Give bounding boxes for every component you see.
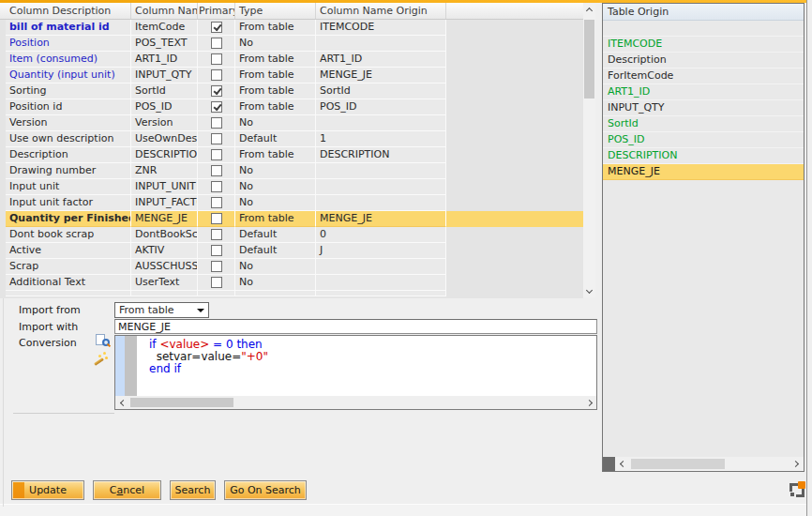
go-on-search-button[interactable]: Go On Search [224, 480, 307, 500]
editor-area[interactable]: if <value> = 0 then setvar=value="+0"end… [115, 336, 596, 396]
origin-column-item[interactable]: DESCRIPTION [603, 148, 804, 164]
checkbox-icon[interactable] [211, 69, 222, 81]
editor-horizontal-scrollbar[interactable] [115, 396, 596, 409]
import-from-dropdown[interactable]: From table [114, 302, 209, 318]
origin-column-item[interactable]: Description [603, 53, 804, 68]
code-token: "+0" [241, 350, 268, 363]
checkbox-icon[interactable] [211, 149, 222, 160]
scroll-right-button[interactable] [583, 396, 596, 409]
cell-filler [446, 36, 583, 52]
cell-primary [198, 275, 235, 291]
table-row[interactable]: Description DESCRIPTION From table DESCR… [0, 147, 583, 163]
checkbox-icon[interactable] [211, 101, 222, 113]
origin-column-item[interactable]: POS_ID [603, 132, 804, 148]
grid-header-row: Column Description Column Name Primary T… [0, 3, 583, 20]
table-row[interactable]: bill of material id ItemCode From table … [0, 20, 583, 36]
cell-column-name-origin: 1 [316, 131, 446, 147]
preview-script-icon[interactable] [96, 334, 110, 348]
scroll-up-button[interactable] [583, 4, 595, 16]
table-row[interactable]: Input unit factor INPUT_FACTOR No [0, 195, 583, 211]
checkbox-icon[interactable] [211, 133, 222, 144]
magnifier-icon [102, 339, 110, 346]
cell-primary [198, 163, 235, 179]
search-button[interactable]: Search [170, 480, 216, 500]
cell-primary [198, 20, 235, 36]
table-row[interactable]: Position POS_TEXT No [0, 36, 583, 52]
cell-column-name-origin: 0 [316, 227, 446, 243]
editor-selection-margin[interactable] [115, 336, 125, 396]
cell-filler [446, 227, 583, 243]
checkbox-icon[interactable] [211, 277, 222, 288]
cell-type: From table [235, 99, 316, 115]
origin-column-item[interactable]: ART1_ID [603, 84, 804, 100]
conversion-script-editor[interactable]: if <value> = 0 then setvar=value="+0"end… [114, 335, 597, 410]
cell-primary [198, 211, 235, 227]
cell-column-name-origin [316, 259, 446, 275]
scroll-track[interactable] [629, 457, 789, 471]
scroll-thumb[interactable] [130, 398, 233, 407]
table-row[interactable]: Quantity per Finished Item MENGE_JE From… [0, 211, 583, 227]
cell-type: From table [235, 68, 316, 83]
checkbox-icon[interactable] [211, 117, 222, 129]
scroll-thumb[interactable] [631, 459, 725, 469]
update-button[interactable]: Update [11, 480, 84, 500]
table-row[interactable]: Dont book scrap DontBookScrap Default 0 [0, 227, 583, 243]
header-filler [446, 3, 583, 19]
cell-type: No [235, 275, 316, 291]
origin-column-item[interactable]: MENGE_JE [603, 164, 804, 180]
import-with-input[interactable] [114, 319, 597, 334]
table-row[interactable]: Sorting SortId From table SortId [0, 83, 583, 99]
checkbox-icon[interactable] [211, 229, 222, 240]
origin-horizontal-scrollbar[interactable] [603, 457, 804, 471]
origin-column-item[interactable] [603, 21, 804, 37]
scroll-down-button[interactable] [583, 285, 595, 297]
scroll-left-button[interactable] [615, 457, 629, 471]
scroll-thumb[interactable] [584, 20, 594, 99]
table-row[interactable]: Version Version No [0, 115, 583, 131]
table-row[interactable]: Position id POS_ID From table POS_ID [0, 99, 583, 115]
checkbox-icon[interactable] [211, 245, 222, 256]
checkbox-icon[interactable] [211, 165, 222, 176]
checkbox-icon[interactable] [211, 261, 222, 272]
grip-accent-square [798, 481, 805, 489]
grip-square [790, 493, 794, 496]
scroll-left-button[interactable] [115, 396, 128, 409]
table-row[interactable]: Drawing number ZNR No [0, 163, 583, 179]
empty-cell [316, 291, 446, 296]
checkbox-icon[interactable] [211, 197, 222, 208]
cell-column-name-origin: POS_ID [316, 99, 446, 115]
checkbox-icon[interactable] [211, 22, 222, 33]
checkbox-icon[interactable] [211, 85, 222, 97]
origin-column-item[interactable]: SortId [603, 116, 804, 132]
button-label: Go On Search [230, 484, 301, 496]
cell-column-name: ZNR [131, 163, 198, 179]
origin-column-item[interactable]: INPUT_QTY [603, 100, 804, 116]
cancel-button[interactable]: Cancel [93, 480, 161, 500]
table-row[interactable]: Quantity (input unit) INPUT_QTY From tab… [0, 68, 583, 83]
import-with-label: Import with [19, 320, 78, 335]
table-row[interactable]: Active AKTIV Default J [0, 243, 583, 259]
checkbox-icon[interactable] [211, 181, 222, 192]
scroll-track[interactable] [128, 396, 583, 409]
script-wizard-icon[interactable] [93, 351, 108, 366]
table-row[interactable]: Input unit INPUT_UNIT No [0, 179, 583, 195]
origin-column-item[interactable]: ITEMCODE [603, 37, 804, 53]
table-row[interactable]: Item (consumed) ART1_ID From table ART1_… [0, 52, 583, 68]
cell-column-description: Use own description [6, 131, 131, 147]
checkbox-icon[interactable] [211, 213, 222, 224]
checkbox-icon[interactable] [211, 53, 222, 65]
checkbox-icon[interactable] [211, 38, 222, 49]
code-text[interactable]: if <value> = 0 then setvar=value="+0"end… [137, 336, 596, 396]
scroll-track[interactable] [583, 16, 595, 285]
table-row[interactable]: Use own description UseOwnDescription De… [0, 131, 583, 147]
sparkles-icon [103, 352, 106, 355]
cell-filler [446, 115, 583, 131]
table-row[interactable]: Additional Text UserText No [0, 275, 583, 291]
cell-column-description: Input unit [6, 179, 131, 195]
grid-vertical-scrollbar[interactable] [583, 4, 595, 297]
scroll-right-button[interactable] [789, 457, 804, 471]
empty-cell [235, 291, 316, 296]
table-row[interactable]: Scrap AUSSCHUSS No [0, 259, 583, 275]
origin-column-item[interactable]: ForItemCode [603, 68, 804, 84]
resize-grip-icon[interactable] [789, 481, 805, 497]
